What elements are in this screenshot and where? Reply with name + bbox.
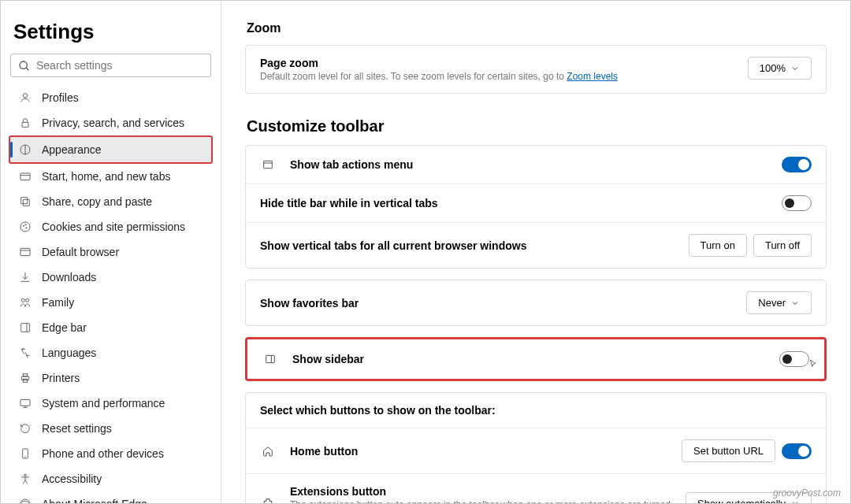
page-zoom-sub: Default zoom level for all sites. To see… (260, 71, 748, 82)
sidebar-item-cookies[interactable]: Cookies and site permissions (10, 214, 211, 239)
set-button-url-button[interactable]: Set button URL (682, 439, 775, 462)
search-input[interactable] (10, 54, 211, 77)
row-tab-actions: Show tab actions menu (246, 146, 826, 183)
lock-icon (18, 116, 32, 130)
family-icon (18, 295, 32, 309)
home-button-toggle[interactable] (782, 443, 812, 459)
reset-icon (18, 421, 32, 435)
tab-actions-label: Show tab actions menu (290, 158, 782, 171)
hide-titlebar-toggle[interactable] (782, 195, 812, 211)
tab-actions-toggle[interactable] (782, 157, 812, 172)
svg-line-1 (26, 68, 28, 70)
svg-rect-3 (22, 122, 28, 127)
customize-toolbar-heading: Customize toolbar (247, 117, 827, 135)
sidebar-item-default-browser[interactable]: Default browser (10, 239, 211, 265)
favorites-card: Show favorites bar Never (245, 280, 827, 326)
turn-on-button[interactable]: Turn on (689, 234, 747, 257)
row-extensions-button: Extensions button The extensions button … (246, 473, 826, 503)
languages-icon (18, 346, 32, 360)
browser-icon (18, 245, 32, 259)
page-zoom-card: Page zoom Default zoom level for all sit… (245, 45, 827, 94)
settings-title: Settings (13, 20, 211, 44)
select-buttons-label: Select which buttons to show on the tool… (260, 404, 812, 417)
sidebar-item-edgebar[interactable]: Edge bar (10, 315, 211, 340)
svg-rect-7 (23, 199, 29, 206)
chevron-down-icon (790, 64, 800, 73)
sidebar-item-phone[interactable]: Phone and other devices (10, 441, 211, 466)
show-sidebar-highlight: Show sidebar (245, 337, 827, 381)
cookie-icon (18, 220, 32, 234)
settings-sidebar: Settings Profiles Privacy, search, and s… (1, 1, 221, 503)
accessibility-icon (18, 472, 32, 486)
sidebar-item-family[interactable]: Family (10, 290, 211, 315)
toolbar-group-1: Show tab actions menu Hide title bar whi… (245, 145, 827, 269)
edge-icon (18, 497, 32, 503)
svg-rect-19 (20, 399, 30, 406)
turn-off-button[interactable]: Turn off (753, 234, 812, 257)
sidebar-item-reset[interactable]: Reset settings (10, 416, 211, 441)
svg-point-2 (23, 94, 27, 98)
phone-icon (18, 447, 32, 461)
extensions-button-label: Extensions button (290, 485, 686, 498)
sidebar-item-printers[interactable]: Printers (10, 365, 211, 391)
extensions-button-sub: The extensions button auto appears in th… (290, 499, 686, 503)
page-zoom-dropdown[interactable]: 100% (748, 57, 812, 80)
edgebar-icon (18, 321, 32, 335)
sidebar-nav: Profiles Privacy, search, and services A… (10, 85, 211, 503)
sidebar-item-about[interactable]: About Microsoft Edge (10, 491, 211, 503)
row-home-button: Home button Set button URL (246, 428, 826, 473)
home-button-label: Home button (290, 445, 682, 458)
download-icon (18, 270, 32, 284)
svg-point-10 (26, 228, 27, 228)
svg-point-0 (20, 61, 27, 69)
sidebar-item-accessibility[interactable]: Accessibility (10, 466, 211, 491)
row-favorites-bar: Show favorites bar Never (246, 280, 826, 325)
sidebar-item-share[interactable]: Share, copy and paste (10, 189, 211, 214)
sidebar-item-languages[interactable]: Languages (10, 340, 211, 365)
sidebar-item-downloads[interactable]: Downloads (10, 265, 211, 290)
toolbar-buttons-card: Select which buttons to show on the tool… (245, 392, 827, 503)
show-sidebar-label: Show sidebar (292, 353, 779, 365)
svg-point-21 (24, 474, 27, 476)
sidebar-item-profiles[interactable]: Profiles (10, 85, 211, 110)
zoom-heading: Zoom (247, 21, 827, 35)
svg-rect-17 (23, 374, 27, 376)
tab-actions-icon (260, 157, 276, 172)
sidebar-item-start[interactable]: Start, home, and new tabs (10, 164, 211, 189)
show-sidebar-toggle[interactable] (779, 351, 809, 367)
home-icon (260, 443, 276, 459)
svg-point-9 (23, 225, 24, 226)
appearance-icon (18, 143, 32, 157)
svg-rect-12 (20, 248, 30, 255)
watermark: groovyPost.com (773, 487, 841, 498)
svg-rect-23 (264, 161, 273, 168)
svg-rect-15 (21, 324, 30, 332)
chevron-down-icon (790, 298, 800, 308)
page-zoom-title: Page zoom (260, 57, 748, 69)
svg-rect-5 (20, 173, 30, 180)
system-icon (18, 396, 32, 410)
svg-rect-24 (266, 355, 275, 362)
svg-rect-18 (23, 379, 27, 382)
row-show-sidebar: Show sidebar (248, 340, 823, 378)
sidebar-item-system[interactable]: System and performance (10, 391, 211, 416)
chevron-down-icon (790, 498, 800, 503)
svg-point-13 (21, 298, 24, 302)
sidebar-item-appearance[interactable]: Appearance (9, 135, 213, 164)
tab-icon (18, 169, 32, 183)
row-hide-titlebar: Hide title bar while in vertical tabs (246, 183, 826, 222)
profile-icon (18, 91, 32, 105)
svg-point-14 (26, 298, 29, 302)
hide-titlebar-label: Hide title bar while in vertical tabs (260, 197, 782, 209)
svg-rect-16 (21, 376, 28, 380)
svg-rect-6 (21, 198, 28, 204)
row-select-buttons-header: Select which buttons to show on the tool… (246, 393, 826, 428)
cursor-icon (808, 358, 819, 372)
search-icon (18, 60, 31, 72)
sidebar-item-privacy[interactable]: Privacy, search, and services (10, 110, 211, 135)
zoom-levels-link[interactable]: Zoom levels (567, 71, 618, 82)
vertical-tabs-label: Show vertical tabs for all current brows… (260, 239, 689, 252)
favorites-dropdown[interactable]: Never (746, 291, 812, 314)
sidebar-icon (262, 351, 278, 367)
svg-point-8 (20, 222, 30, 232)
